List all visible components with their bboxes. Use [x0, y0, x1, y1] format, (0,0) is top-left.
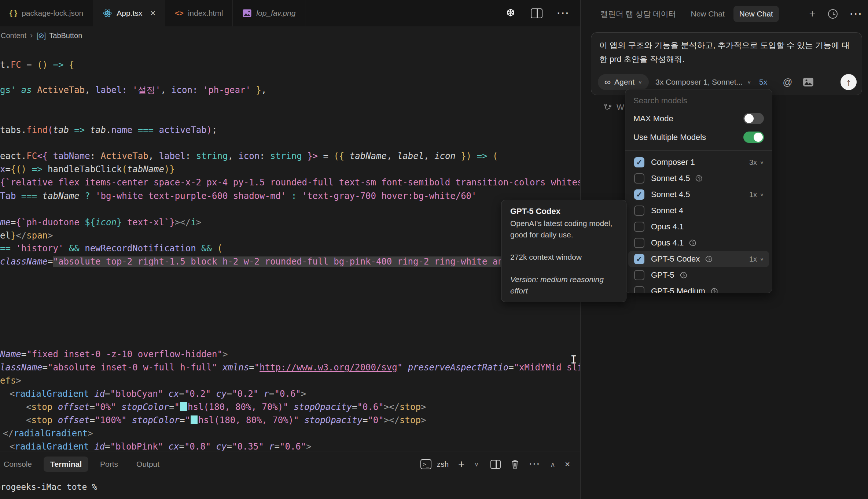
- model-multiplier-selector[interactable]: 1x∨: [749, 255, 764, 263]
- model-item-gpt-5[interactable]: GPT-5: [628, 267, 769, 283]
- brain-icon: [704, 255, 714, 264]
- model-checkbox[interactable]: [634, 238, 644, 248]
- new-chat-plus-icon[interactable]: +: [809, 8, 816, 20]
- openai-logo-icon[interactable]: [505, 8, 516, 19]
- code-line: </radialGradient>: [0, 427, 93, 440]
- trash-icon[interactable]: [510, 459, 520, 469]
- code-line: efs>: [0, 374, 21, 387]
- editor-tabbar: { }package-lock.jsonApp.tsx×<>index.html…: [0, 0, 580, 26]
- chat-tab-2[interactable]: New Chat: [733, 6, 779, 22]
- brain-icon: [694, 174, 704, 183]
- chat-input-text[interactable]: 이 앱의 구조와 기능을 분석하고, 추가적으로 도입할 수 있는 기능에 대 …: [599, 38, 856, 66]
- chat-tab-0[interactable]: 캘린더 탭 상담 데이터: [595, 5, 682, 23]
- code-line: el}</span>: [0, 229, 53, 242]
- model-item-sonnet-4[interactable]: Sonnet 4: [628, 203, 769, 219]
- context-snippet: W: [603, 103, 624, 112]
- chat-input-card[interactable]: 이 앱의 구조와 기능을 분석하고, 추가적으로 도입할 수 있는 기능에 대 …: [591, 32, 862, 95]
- infinity-icon: ∞: [604, 77, 611, 87]
- model-checkbox[interactable]: ✓: [634, 189, 644, 200]
- model-item-opus-4-1[interactable]: Opus 4.1: [628, 219, 769, 235]
- divider: [625, 150, 772, 151]
- model-checkbox[interactable]: [634, 206, 644, 216]
- code-line: <radialGradient id="blobPink" cx="0.8" c…: [0, 440, 312, 451]
- chat-more-icon[interactable]: ···: [850, 8, 863, 20]
- model-multiplier-selector[interactable]: 3x∨: [749, 158, 764, 167]
- terminal-tab-terminal[interactable]: Terminal: [44, 457, 88, 472]
- mention-at-icon[interactable]: @: [783, 77, 792, 88]
- braces-icon: { }: [10, 9, 17, 18]
- model-search-input[interactable]: Search models: [625, 89, 772, 109]
- max-mode-toggle[interactable]: [743, 113, 764, 124]
- model-item-opus-4-1[interactable]: Opus 4.1: [628, 235, 769, 251]
- tab-label: index.html: [188, 9, 223, 18]
- terminal-panel: ConsoleTerminalPortsOutput >_ zsh + ∨ ··…: [0, 451, 580, 499]
- split-editor-icon[interactable]: [531, 8, 542, 18]
- model-checkbox[interactable]: ✓: [634, 254, 644, 264]
- tab-label: lop_fav.png: [256, 9, 295, 18]
- angle-brackets-icon: <>: [175, 9, 183, 18]
- tooltip-description: OpenAI's latest coding model, good for d…: [510, 218, 617, 240]
- chat-tab-1[interactable]: New Chat: [685, 6, 731, 22]
- history-clock-icon[interactable]: [828, 9, 838, 19]
- model-item-gpt-5-codex[interactable]: ✓GPT-5 Codex1x∨: [628, 251, 769, 267]
- editor-tab-app-tsx[interactable]: App.tsx×: [93, 0, 165, 26]
- terminal-toolbar: >_ zsh + ∨ ··· ∧ ×: [420, 458, 570, 470]
- terminal-chevron-down-icon[interactable]: ∨: [474, 461, 479, 468]
- model-label: GPT-5 Medium: [651, 287, 705, 293]
- model-checkbox[interactable]: [634, 270, 644, 280]
- multi-model-toggle[interactable]: [743, 132, 764, 143]
- context-snippet-text: W: [617, 103, 624, 112]
- tab-label: package-lock.json: [22, 9, 83, 18]
- model-checkbox[interactable]: [634, 173, 644, 184]
- attach-image-icon[interactable]: [803, 77, 814, 87]
- breadcrumb-symbol[interactable]: TabButton: [49, 32, 82, 40]
- terminal-more-icon[interactable]: ···: [529, 459, 541, 469]
- model-label: Opus 4.1: [651, 238, 684, 248]
- send-button[interactable]: ↑: [841, 74, 857, 90]
- model-checkbox[interactable]: ✓: [634, 157, 644, 167]
- shell-chip[interactable]: >_ zsh: [420, 459, 449, 469]
- terminal-prompt[interactable]: progeeks-iMac tote %: [0, 482, 97, 492]
- editor-tab-lop-fav-png[interactable]: lop_fav.png: [233, 0, 305, 26]
- code-line: me={`ph-duotone ${icon} text-xl`}></i>: [0, 216, 201, 229]
- model-label: Composer 1: [651, 158, 695, 167]
- model-multiplier-selector[interactable]: 1x∨: [749, 191, 764, 199]
- terminal-tab-ports[interactable]: Ports: [93, 457, 125, 472]
- new-terminal-icon[interactable]: +: [458, 458, 465, 470]
- chevron-down-icon: ∨: [638, 80, 642, 85]
- editor-actions: ···: [505, 0, 570, 26]
- agent-mode-selector[interactable]: ∞ Agent ∨: [598, 74, 649, 90]
- multi-model-row: Use Multiple Models: [625, 128, 772, 147]
- tab-close-icon[interactable]: ×: [150, 8, 155, 18]
- tooltip-context: 272k context window: [510, 251, 617, 263]
- editor-tab-index-html[interactable]: <>index.html: [165, 0, 233, 26]
- terminal-tabs: ConsoleTerminalPortsOutput: [0, 457, 166, 472]
- breadcrumb-parent[interactable]: Content: [1, 32, 26, 40]
- color-swatch-cyan: [180, 402, 187, 411]
- model-label: GPT-5 Codex: [651, 254, 700, 264]
- chat-controls: ∞ Agent ∨ 3x Composer 1, Sonnet... ∨ 5x …: [598, 74, 857, 90]
- color-swatch-cyan: [191, 415, 198, 424]
- terminal-tab-console[interactable]: Console: [0, 457, 38, 472]
- editor-more-icon[interactable]: ···: [557, 8, 570, 19]
- model-item-gpt-5-medium[interactable]: GPT-5 Medium: [628, 283, 769, 293]
- terminal-tab-output[interactable]: Output: [130, 457, 166, 472]
- brain-icon: [679, 271, 689, 280]
- code-editor[interactable]: t.FC = () => {gs' as ActiveTab, label: '…: [0, 43, 580, 451]
- model-item-sonnet-4-5[interactable]: ✓Sonnet 4.51x∨: [628, 186, 769, 203]
- code-line: t.FC = () => {: [0, 58, 74, 71]
- model-checkbox[interactable]: [634, 286, 644, 293]
- model-label: Sonnet 4: [651, 206, 683, 215]
- symbol-class-icon: [⊘]: [36, 31, 45, 40]
- model-item-sonnet-4-5[interactable]: Sonnet 4.5: [628, 170, 769, 186]
- model-selector[interactable]: 3x Composer 1, Sonnet... ∨: [655, 78, 751, 86]
- model-checkbox[interactable]: [634, 222, 644, 232]
- model-item-composer-1[interactable]: ✓Composer 13x∨: [628, 154, 769, 170]
- tooltip-version: Version: medium reasoning effort: [510, 274, 617, 296]
- editor-tab-package-lock-json[interactable]: { }package-lock.json: [0, 0, 93, 26]
- code-line: <stop offset="100%" stopColor="hsl(180, …: [0, 414, 426, 427]
- terminal-close-icon[interactable]: ×: [565, 459, 570, 469]
- split-terminal-icon[interactable]: [490, 460, 501, 469]
- usage-multiplier[interactable]: 5x: [759, 78, 767, 86]
- terminal-collapse-icon[interactable]: ∧: [550, 460, 555, 469]
